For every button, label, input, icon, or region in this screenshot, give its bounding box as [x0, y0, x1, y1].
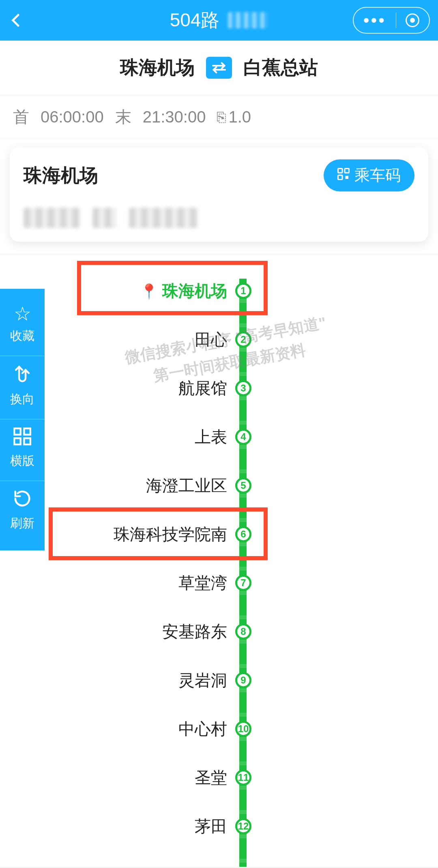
route-title-row: 珠海机场 白蕉总站 — [0, 41, 438, 95]
reverse-button[interactable]: 换向 — [0, 356, 45, 419]
station-name: 田心 — [195, 329, 227, 351]
station-name: 中心村 — [178, 718, 227, 740]
ride-code-label: 乘车码 — [354, 165, 401, 186]
station-row[interactable]: 安基路东8 — [0, 607, 438, 656]
station-row[interactable]: 田心2 — [0, 315, 438, 364]
station-name: 海澄工业区 — [146, 475, 227, 497]
station-row[interactable]: 圣堂11 — [0, 753, 438, 802]
svg-rect-2 — [338, 169, 343, 173]
back-button[interactable] — [8, 7, 32, 34]
last-bus-label: 末 — [115, 106, 131, 128]
station-name: 上表 — [195, 426, 227, 448]
station-name: 灵岩洞 — [178, 669, 227, 692]
station-number-badge: 8 — [235, 623, 251, 640]
favorite-button[interactable]: ☆ 收藏 — [0, 296, 45, 356]
station-name: 茅田 — [195, 815, 227, 838]
station-row[interactable]: 草堂湾7 — [0, 559, 438, 607]
svg-rect-4 — [338, 175, 343, 180]
station-number-badge: 10 — [235, 721, 251, 737]
station-list: 📍珠海机场1田心2航展馆3上表4海澄工业区5珠海科技学院南6草堂湾7安基路东8灵… — [0, 254, 438, 867]
station-row[interactable]: 上表4 — [0, 413, 438, 461]
svg-rect-6 — [14, 428, 20, 434]
station-name: 📍珠海机场 — [140, 280, 227, 302]
station-name: 草堂湾 — [178, 572, 227, 594]
layout-button[interactable]: 横版 — [0, 419, 45, 481]
station-number-badge: 7 — [235, 575, 251, 591]
station-name: 航展馆 — [178, 377, 227, 400]
station-number-badge: 4 — [235, 429, 251, 445]
station-number-badge: 11 — [235, 769, 251, 786]
current-station-card: 珠海机场 乘车码 — [10, 147, 428, 242]
station-row[interactable]: 海澄工业区5 — [0, 461, 438, 510]
refresh-button[interactable]: 刷新 — [0, 481, 45, 543]
station-row[interactable]: 航展馆3 — [0, 364, 438, 413]
station-number-badge: 5 — [235, 477, 251, 494]
station-row[interactable]: 茅田12 — [0, 802, 438, 851]
schedule-row: 首 06:00:00 末 21:30:00 ⎘1.0 — [0, 95, 438, 139]
svg-rect-3 — [345, 169, 349, 173]
svg-rect-9 — [24, 438, 30, 444]
grid-icon — [0, 428, 45, 449]
station-row[interactable]: 📍珠海机场1 — [0, 266, 438, 315]
qr-icon — [337, 168, 350, 183]
refresh-icon — [0, 489, 45, 511]
svg-rect-8 — [14, 438, 20, 444]
first-bus-label: 首 — [13, 106, 29, 128]
last-bus-time: 21:30:00 — [143, 108, 206, 126]
svg-rect-5 — [346, 176, 349, 179]
route-number: 504路 — [170, 8, 220, 33]
route-to: 白蕉总站 — [243, 55, 318, 80]
swap-direction-icon[interactable] — [206, 57, 232, 79]
station-number-badge: 3 — [235, 380, 251, 396]
station-number-badge: 12 — [235, 818, 251, 834]
miniprogram-capsule[interactable]: ••• — [353, 7, 430, 34]
close-target-icon[interactable] — [406, 13, 419, 27]
location-pin-icon: 📍 — [140, 283, 158, 300]
station-row[interactable]: 灵岩洞9 — [0, 656, 438, 705]
svg-rect-7 — [24, 428, 30, 434]
station-name: 安基路东 — [162, 621, 227, 643]
station-row[interactable]: 中心村10 — [0, 705, 438, 753]
side-toolbar: ☆ 收藏 换向 横版 刷新 — [0, 289, 45, 550]
station-number-badge: 9 — [235, 672, 251, 688]
capsule-divider — [396, 13, 396, 28]
fare-value: 1.0 — [228, 108, 251, 126]
fare-icon: ⎘1.0 — [217, 108, 251, 126]
star-icon: ☆ — [0, 304, 45, 324]
first-bus-time: 06:00:00 — [41, 108, 104, 126]
app-header: 504路 ••• — [0, 0, 438, 41]
station-number-badge: 6 — [235, 526, 251, 542]
route-from: 珠海机场 — [120, 55, 195, 80]
reverse-icon — [0, 364, 45, 387]
header-obscured — [228, 12, 268, 28]
station-number-badge: 1 — [235, 283, 251, 299]
station-row[interactable]: 珠海科技学院南6 — [0, 510, 438, 559]
station-name: 圣堂 — [195, 767, 227, 789]
station-number-badge: 2 — [235, 331, 251, 348]
card-obscured-row — [24, 204, 414, 232]
station-name: 珠海科技学院南 — [114, 523, 227, 546]
card-station-name: 珠海机场 — [24, 163, 98, 188]
ride-code-button[interactable]: 乘车码 — [324, 159, 414, 191]
